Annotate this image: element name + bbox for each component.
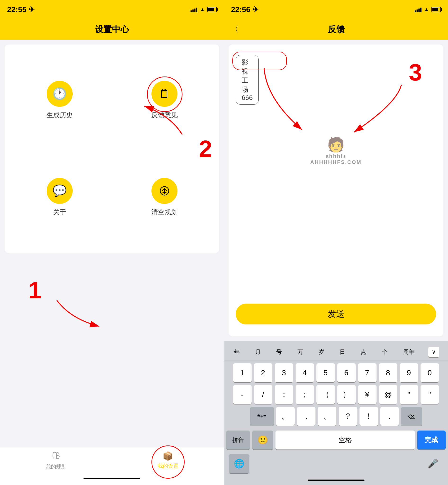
toolbar-arrow[interactable]: ∨ bbox=[428, 347, 439, 357]
my-plan-icon bbox=[51, 451, 61, 462]
keyboard-row-1: 1 2 3 4 5 6 7 8 9 0 bbox=[226, 363, 446, 382]
my-settings-icon: 📦 bbox=[163, 451, 173, 461]
signal-icon bbox=[191, 7, 197, 12]
toolbar-key-zhounian[interactable]: 周年 bbox=[402, 346, 416, 358]
right-panel: 22:56 ✈ ▲ 〈 反馈 影视工场666 bbox=[224, 0, 448, 485]
key-semicolon[interactable]: ； bbox=[296, 385, 314, 404]
key-emoji[interactable]: 🙂 bbox=[252, 431, 273, 450]
my-settings-label: 我的设置 bbox=[158, 462, 178, 470]
key-5[interactable]: 5 bbox=[316, 363, 335, 382]
toolbar-key-ri[interactable]: 日 bbox=[338, 346, 347, 358]
time-left: 22:55 ✈ bbox=[7, 5, 35, 14]
toolbar-key-year[interactable]: 年 bbox=[233, 346, 241, 358]
key-mic[interactable]: 🎤 bbox=[423, 454, 443, 473]
feedback-text-bubble: 影视工场666 bbox=[236, 55, 259, 105]
settings-item-about[interactable]: 💬 关于 bbox=[47, 178, 73, 217]
keyboard-area: 年 月 号 万 岁 日 点 个 周年 ∨ 1 2 3 4 5 6 7 8 9 0 bbox=[224, 341, 448, 485]
tab-my-plan[interactable]: 我的规划 bbox=[0, 451, 112, 470]
left-bottom-section: 1 bbox=[0, 258, 224, 447]
key-rparen[interactable]: ） bbox=[337, 385, 356, 404]
key-0[interactable]: 0 bbox=[421, 363, 439, 382]
key-4[interactable]: 4 bbox=[296, 363, 314, 382]
keyboard-rows: 1 2 3 4 5 6 7 8 9 0 - / ： ； （ ） ¥ @ bbox=[224, 361, 448, 429]
nav-bar-right: 〈 反馈 bbox=[224, 19, 448, 40]
key-globe[interactable]: 🌐 bbox=[229, 454, 249, 473]
key-lquote[interactable]: " bbox=[400, 385, 418, 404]
toolbar-key-month[interactable]: 月 bbox=[254, 346, 262, 358]
toolbar-key-day[interactable]: 号 bbox=[275, 346, 283, 358]
tab-my-settings[interactable]: 📦 我的设置 bbox=[112, 451, 224, 470]
key-dash[interactable]: - bbox=[233, 385, 252, 404]
time-right: 22:56 ✈ bbox=[231, 5, 259, 14]
key-1[interactable]: 1 bbox=[233, 363, 252, 382]
key-rquote[interactable]: " bbox=[421, 385, 439, 404]
feedback-icon-circle: 🗒 bbox=[152, 81, 177, 107]
arrow-1-to-tab bbox=[0, 258, 224, 447]
page-title-right: 反馈 bbox=[243, 24, 441, 35]
status-icons-right: ▲ bbox=[415, 6, 441, 13]
key-2[interactable]: 2 bbox=[254, 363, 272, 382]
feedback-content: 影视工场666 🧑 ahhhfs AHHHHHFS.COM 3 bbox=[229, 45, 443, 336]
toolbar-key-wan[interactable]: 万 bbox=[296, 346, 304, 358]
annotation-number-1: 1 bbox=[28, 277, 42, 304]
settings-item-feedback[interactable]: 🗒 反馈意见 bbox=[151, 81, 178, 120]
my-plan-label: 我的规划 bbox=[46, 463, 66, 470]
key-8[interactable]: 8 bbox=[379, 363, 397, 382]
keyboard-toolbar: 年 月 号 万 岁 日 点 个 周年 ∨ bbox=[224, 343, 448, 361]
settings-item-clear[interactable]: 清空规划 bbox=[151, 178, 178, 217]
key-comma[interactable]: ， bbox=[297, 407, 315, 426]
key-yen[interactable]: ¥ bbox=[358, 385, 376, 404]
history-label: 生成历史 bbox=[46, 111, 73, 120]
send-button[interactable]: 发送 bbox=[236, 304, 436, 324]
key-done[interactable]: 完成 bbox=[417, 431, 446, 450]
key-backspace[interactable] bbox=[401, 407, 422, 426]
key-3[interactable]: 3 bbox=[275, 363, 293, 382]
key-space[interactable]: 空格 bbox=[275, 431, 415, 450]
wifi-icon: ▲ bbox=[200, 6, 205, 13]
key-dot[interactable]: ． bbox=[380, 407, 399, 426]
status-bar-right: 22:56 ✈ ▲ bbox=[224, 0, 448, 19]
home-indicator-right bbox=[224, 476, 448, 485]
page-title-left: 设置中心 bbox=[95, 24, 129, 35]
nav-bar-left: 设置中心 bbox=[0, 19, 224, 40]
key-pinyin[interactable]: 拼音 bbox=[226, 431, 250, 450]
battery-icon bbox=[207, 7, 217, 12]
status-bar-left: 22:55 ✈ ▲ bbox=[0, 0, 224, 19]
key-period[interactable]: 。 bbox=[276, 407, 295, 426]
clear-label: 清空规划 bbox=[151, 208, 178, 217]
key-slash[interactable]: / bbox=[254, 385, 272, 404]
feedback-label: 反馈意见 bbox=[151, 111, 178, 120]
feedback-input-area[interactable]: 影视工场666 🧑 ahhhfs AHHHHHFS.COM 3 bbox=[236, 52, 436, 299]
signal-icon-right bbox=[415, 7, 422, 12]
keyboard-bottom-row: 拼音 🙂 空格 完成 bbox=[224, 429, 448, 454]
key-7[interactable]: 7 bbox=[358, 363, 376, 382]
left-panel: 22:55 ✈ ▲ 设置中心 🕐 生成历史 🗒 bbox=[0, 0, 224, 485]
home-indicator-left bbox=[84, 474, 140, 483]
settings-item-history[interactable]: 🕐 生成历史 bbox=[46, 81, 73, 120]
arrow-2-to-feedback bbox=[5, 45, 219, 253]
keyboard-row-3: #+= 。 ， 、 ？ ！ ． bbox=[226, 407, 446, 426]
battery-icon-right bbox=[432, 7, 441, 12]
key-6[interactable]: 6 bbox=[337, 363, 356, 382]
toolbar-key-ge[interactable]: 个 bbox=[381, 346, 389, 358]
key-at[interactable]: @ bbox=[379, 385, 397, 404]
wifi-icon-right: ▲ bbox=[424, 6, 429, 13]
key-pause[interactable]: 、 bbox=[318, 407, 336, 426]
toolbar-key-sui[interactable]: 岁 bbox=[317, 346, 326, 358]
back-button[interactable]: 〈 bbox=[231, 24, 239, 35]
key-exclaim[interactable]: ！ bbox=[360, 407, 378, 426]
history-icon-circle: 🕐 bbox=[47, 81, 73, 107]
key-special-symbols[interactable]: #+= bbox=[250, 407, 274, 426]
key-colon[interactable]: ： bbox=[275, 385, 293, 404]
key-question[interactable]: ？ bbox=[339, 407, 357, 426]
keyboard-extra-row: 🌐 🎤 bbox=[224, 454, 448, 476]
status-icons-left: ▲ bbox=[191, 6, 217, 13]
settings-grid: 🕐 生成历史 🗒 反馈意见 💬 关于 清空规划 2 bbox=[5, 45, 219, 253]
watermark: 🧑 ahhhfs AHHHHHFS.COM bbox=[310, 136, 362, 165]
key-9[interactable]: 9 bbox=[400, 363, 418, 382]
toolbar-key-dian[interactable]: 点 bbox=[359, 346, 368, 358]
key-lparen[interactable]: （ bbox=[316, 385, 335, 404]
annotation-number-2: 2 bbox=[199, 135, 212, 163]
about-label: 关于 bbox=[53, 208, 66, 217]
clear-icon-circle bbox=[152, 178, 177, 204]
